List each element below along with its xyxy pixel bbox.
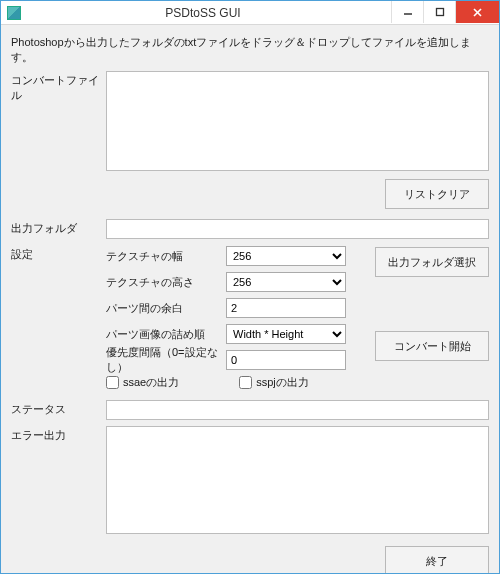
settings-row: 設定 テクスチャの幅 256 テクスチャの高さ 256 パーツ間の余白 パーツ画… xyxy=(11,245,489,390)
parts-pack-label: パーツ画像の詰め順 xyxy=(106,327,226,342)
client-area: Photoshopから出力したフォルダのtxtファイルをドラッグ＆ドロップしてフ… xyxy=(1,25,499,573)
output-folder-field[interactable] xyxy=(106,219,489,239)
titlebar: PSDtoSS GUI xyxy=(1,1,499,25)
sspj-checkbox-wrap[interactable]: sspjの出力 xyxy=(239,375,309,390)
maximize-button[interactable] xyxy=(423,1,455,23)
output-folder-row: 出力フォルダ xyxy=(11,219,489,239)
parts-pack-row: パーツ画像の詰め順 Width * Height xyxy=(106,323,365,345)
priority-gap-row: 優先度間隔（0=設定なし） xyxy=(106,349,365,371)
exit-button[interactable]: 終了 xyxy=(385,546,489,574)
ssae-checkbox[interactable] xyxy=(106,376,119,389)
convert-file-row: コンバートファイル xyxy=(11,71,489,171)
minimize-icon xyxy=(403,7,413,17)
sspj-checkbox-label: sspjの出力 xyxy=(256,375,309,390)
close-button[interactable] xyxy=(455,1,499,23)
tex-width-label: テクスチャの幅 xyxy=(106,249,226,264)
parts-margin-label: パーツ間の余白 xyxy=(106,301,226,316)
priority-gap-label: 優先度間隔（0=設定なし） xyxy=(106,345,226,375)
svg-rect-1 xyxy=(436,9,443,16)
tex-height-label: テクスチャの高さ xyxy=(106,275,226,290)
status-label: ステータス xyxy=(11,400,106,417)
parts-margin-input[interactable] xyxy=(226,298,346,318)
convert-file-list[interactable] xyxy=(106,71,489,171)
sspj-checkbox[interactable] xyxy=(239,376,252,389)
tex-width-select[interactable]: 256 xyxy=(226,246,346,266)
list-clear-row: リストクリア xyxy=(11,179,489,209)
output-folder-label: 出力フォルダ xyxy=(11,219,106,236)
checkbox-row: ssaeの出力 sspjの出力 xyxy=(106,375,365,390)
tex-height-select[interactable]: 256 xyxy=(226,272,346,292)
tex-width-row: テクスチャの幅 256 xyxy=(106,245,365,267)
minimize-button[interactable] xyxy=(391,1,423,23)
parts-pack-select[interactable]: Width * Height xyxy=(226,324,346,344)
priority-gap-input[interactable] xyxy=(226,350,346,370)
error-output-row: エラー出力 xyxy=(11,426,489,534)
error-output-field xyxy=(106,426,489,534)
app-icon xyxy=(7,6,21,20)
list-clear-button[interactable]: リストクリア xyxy=(385,179,489,209)
parts-margin-row: パーツ間の余白 xyxy=(106,297,365,319)
instruction-text: Photoshopから出力したフォルダのtxtファイルをドラッグ＆ドロップしてフ… xyxy=(11,35,489,65)
status-row: ステータス xyxy=(11,400,489,420)
tex-height-row: テクスチャの高さ 256 xyxy=(106,271,365,293)
exit-row: 終了 xyxy=(11,546,489,574)
convert-file-label: コンバートファイル xyxy=(11,71,106,103)
status-field xyxy=(106,400,489,420)
convert-start-button[interactable]: コンバート開始 xyxy=(375,331,489,361)
window-buttons xyxy=(391,1,499,23)
choose-output-folder-button[interactable]: 出力フォルダ選択 xyxy=(375,247,489,277)
error-output-label: エラー出力 xyxy=(11,426,106,443)
maximize-icon xyxy=(435,7,445,17)
settings-buttons: 出力フォルダ選択 コンバート開始 xyxy=(375,245,489,361)
settings-panel: テクスチャの幅 256 テクスチャの高さ 256 パーツ間の余白 パーツ画像の詰… xyxy=(106,245,375,390)
close-icon xyxy=(472,7,483,18)
ssae-checkbox-label: ssaeの出力 xyxy=(123,375,179,390)
settings-label: 設定 xyxy=(11,245,106,262)
ssae-checkbox-wrap[interactable]: ssaeの出力 xyxy=(106,375,179,390)
